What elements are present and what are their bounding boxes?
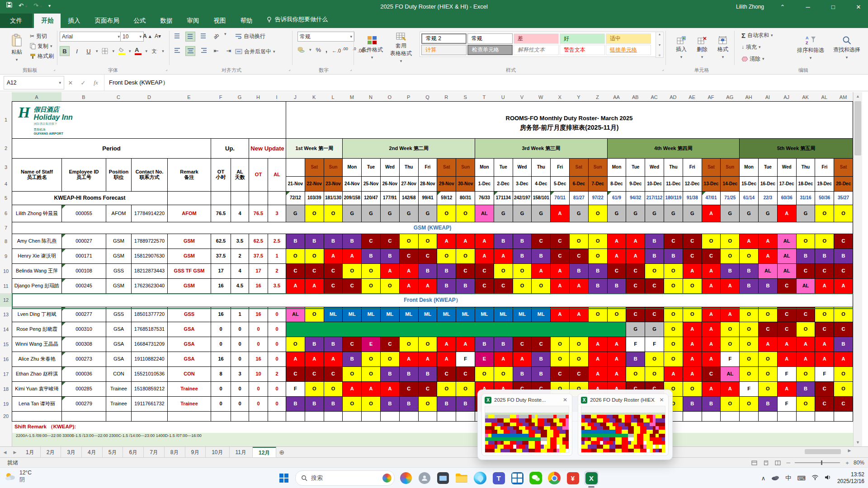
shift-cell[interactable]: C [286,263,305,279]
column-header-AE[interactable]: AE [683,92,702,102]
date-header-cell[interactable]: 7-Dec [588,176,608,192]
shift-cell[interactable]: A [305,352,324,367]
forecast-cell[interactable]: 180/119 [664,191,683,205]
date-header-cell[interactable]: 3-Dec [513,176,532,192]
day-header-cell[interactable]: Tue [361,158,381,177]
cell-style-检查单元格[interactable]: 检查单元格 [467,45,513,55]
shift-cell[interactable]: G [626,322,645,337]
shift-cell[interactable]: G [664,205,683,222]
shift-cell[interactable]: G [758,205,778,222]
shift-cell[interactable]: B [361,249,381,264]
shift-cell[interactable]: O [645,263,664,279]
empty-cell[interactable] [167,411,211,422]
shift-cell[interactable]: B [494,234,513,249]
contact-cell[interactable]: 19117661732 [131,396,168,412]
ot-hours-cell[interactable]: 37.5 [211,249,231,264]
empty-cell[interactable] [249,191,268,205]
date-header-cell[interactable]: 11-Dec [664,176,683,192]
column-header-AC[interactable]: AC [645,92,664,102]
shift-cell[interactable]: O [720,337,740,352]
forecast-cell[interactable]: 217/112 [645,191,664,205]
shift-cell[interactable]: A [342,381,362,397]
dialog-launcher-font[interactable]: ⌟ [165,67,167,71]
cell-style-常规[interactable]: 常规 [467,33,513,44]
sheet-tab-9月[interactable]: 9月 [185,447,206,458]
shift-cell[interactable]: B [645,249,664,264]
empty-cell[interactable] [437,411,456,422]
day-header-cell[interactable]: Mon [342,158,362,177]
sheet-tab-11月[interactable]: 11月 [230,447,253,458]
shift-cell[interactable]: A [418,352,438,367]
shift-cell[interactable]: A [437,234,456,249]
date-header-cell[interactable]: 5-Dec [550,176,570,192]
forecast-cell[interactable]: 70/11 [550,191,570,205]
position-cell[interactable]: GSA [106,337,132,352]
al-new-cell[interactable]: 2 [268,263,286,279]
column-header-C[interactable]: C [106,92,132,102]
forecast-cell[interactable]: 171134 [494,191,513,205]
cell-style-链接单元格[interactable]: 链接单元格 [606,45,651,55]
shift-cell[interactable]: F [626,337,645,352]
shift-cell[interactable]: G [418,205,438,222]
onedrive-icon[interactable] [771,475,779,482]
page-break-view-icon[interactable] [772,458,783,468]
column-header-AJ[interactable]: AJ [777,92,797,102]
shift-cell[interactable]: ML [324,307,343,322]
shift-cell[interactable]: G [361,205,381,222]
empty-cell[interactable] [268,191,286,205]
new-update-header[interactable]: New Update [249,138,286,159]
shift-cell[interactable]: F [739,381,759,397]
table-col-header[interactable]: OT小时 [211,158,231,192]
remark-cell[interactable]: Trainee [167,396,211,412]
staff-name-cell[interactable]: Lven Ding 丁相斌 [12,307,62,322]
date-header-cell[interactable]: 6-Dec [569,176,589,192]
align-middle-icon[interactable] [185,32,195,42]
table-col-header[interactable]: Name of Staff员工姓名 [12,158,62,192]
shift-cell[interactable]: O [324,381,343,397]
merge-center-button[interactable]: 合并后居中 ▾ [235,47,289,56]
forecast-cell[interactable]: 76/33 [475,191,494,205]
align-left-icon[interactable] [173,46,182,55]
ot-new-cell[interactable]: 37.5 [249,249,268,264]
shift-cell[interactable]: O [815,234,834,249]
shift-cell[interactable]: O [361,352,381,367]
worksheet-grid[interactable]: ABCDEFGHIJKLMNOPQRSTUVWXYZAAABACADAEAFAG… [0,92,868,446]
date-header-cell[interactable]: 12-Dec [683,176,702,192]
al-days-cell[interactable]: 3 [231,366,249,382]
shift-cell[interactable]: A [702,307,721,322]
forecast-cell[interactable]: 47/01 [702,191,721,205]
shift-cell[interactable]: B [796,381,816,397]
shift-cell[interactable]: A [569,278,589,294]
remark-cell[interactable]: GSS TF GSM [167,263,211,279]
column-header-Y[interactable]: Y [569,92,589,102]
shift-cell[interactable]: A [588,352,608,367]
shift-cell[interactable]: AL [475,205,494,222]
date-header-cell[interactable]: 1-Dec [475,176,494,192]
find-select-button[interactable]: 查找和选择▾ [829,31,864,64]
position-cell[interactable]: GSM [106,278,132,294]
row-header-9[interactable]: 9 [0,249,12,264]
shift-cell[interactable]: O [494,366,513,382]
shift-cell[interactable]: B [305,337,324,352]
shift-cell[interactable]: C [531,234,551,249]
shift-cell[interactable]: B [380,396,400,412]
day-header-cell[interactable]: Tue [494,158,513,177]
shift-cell[interactable]: O [456,381,475,397]
employee-id-cell[interactable]: 000277 [61,307,106,322]
empty-cell[interactable] [324,411,343,422]
group-row-12[interactable]: Front Desk (KWEAP） [12,293,853,307]
shift-cell[interactable]: A [399,278,419,294]
shift-cell[interactable]: O [720,322,740,337]
shift-cell[interactable]: F [777,396,797,412]
sheet-tab-3月[interactable]: 3月 [61,447,82,458]
shift-cell[interactable]: B [645,234,664,249]
increase-indent-icon[interactable]: ⇥ [224,46,233,55]
shift-cell[interactable]: C [664,234,683,249]
shift-cell[interactable]: O [664,307,683,322]
shift-cell[interactable]: C [550,234,570,249]
staff-name-cell[interactable]: Belinda Wang 王萍 [12,263,62,279]
empty-cell[interactable] [456,411,475,422]
italic-button[interactable]: I [72,47,81,56]
shift-cell[interactable]: ML [361,307,381,322]
tell-me-box[interactable]: 告诉我你想要做什么 [266,15,328,23]
